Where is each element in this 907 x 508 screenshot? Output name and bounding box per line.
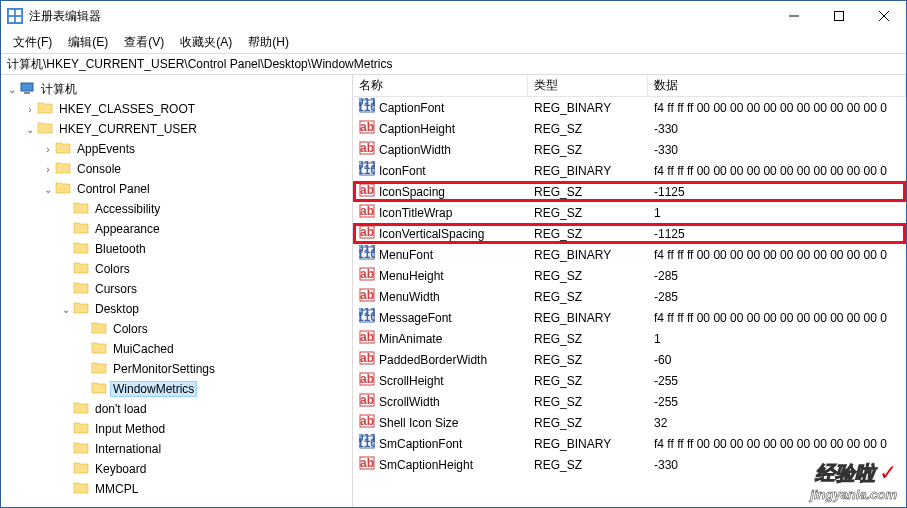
svg-text:ab: ab — [360, 120, 374, 134]
list-body[interactable]: 011110CaptionFontREG_BINARYf4 ff ff ff 0… — [353, 97, 906, 507]
value-row[interactable]: 011110CaptionFontREG_BINARYf4 ff ff ff 0… — [353, 97, 906, 118]
tree-node-label: Colors — [93, 262, 132, 276]
caret-down-icon[interactable]: ⌄ — [41, 184, 55, 195]
value-row[interactable]: abScrollWidthREG_SZ-255 — [353, 391, 906, 412]
maximize-button[interactable] — [816, 1, 861, 31]
tree-node[interactable]: ▸PerMonitorSettings — [1, 359, 352, 379]
column-type[interactable]: 类型 — [528, 75, 648, 96]
tree-node[interactable]: ▸Colors — [1, 319, 352, 339]
value-type: REG_BINARY — [528, 311, 648, 325]
value-row[interactable]: abIconSpacingREG_SZ-1125 — [353, 181, 906, 202]
svg-rect-8 — [21, 83, 33, 91]
tree-node-label: Input Method — [93, 422, 167, 436]
value-row[interactable]: abMenuWidthREG_SZ-285 — [353, 286, 906, 307]
value-row[interactable]: abCaptionHeightREG_SZ-330 — [353, 118, 906, 139]
svg-text:ab: ab — [360, 288, 374, 302]
value-row[interactable]: abIconVerticalSpacingREG_SZ-1125 — [353, 223, 906, 244]
tree-node[interactable]: ›HKEY_CLASSES_ROOT — [1, 99, 352, 119]
value-row[interactable]: 011110MenuFontREG_BINARYf4 ff ff ff 00 0… — [353, 244, 906, 265]
caret-right-icon[interactable]: › — [41, 164, 55, 175]
value-data: 32 — [648, 416, 906, 430]
value-type: REG_SZ — [528, 122, 648, 136]
menu-item[interactable]: 帮助(H) — [242, 32, 295, 53]
svg-text:ab: ab — [360, 225, 374, 239]
tree-node[interactable]: ▸Keyboard — [1, 459, 352, 479]
value-row[interactable]: 011110MessageFontREG_BINARYf4 ff ff ff 0… — [353, 307, 906, 328]
tree-node[interactable]: ▸Appearance — [1, 219, 352, 239]
menu-item[interactable]: 文件(F) — [7, 32, 58, 53]
column-name[interactable]: 名称 — [353, 75, 528, 96]
tree-node[interactable]: ▸Colors — [1, 259, 352, 279]
svg-text:110: 110 — [359, 100, 375, 114]
value-name: MessageFont — [379, 311, 452, 325]
tree-node[interactable]: ▸Bluetooth — [1, 239, 352, 259]
tree-node[interactable]: ⌄Desktop — [1, 299, 352, 319]
value-row[interactable]: abScrollHeightREG_SZ-255 — [353, 370, 906, 391]
value-row[interactable]: abMenuHeightREG_SZ-285 — [353, 265, 906, 286]
tree-node[interactable]: ▸International — [1, 439, 352, 459]
value-row[interactable]: abPaddedBorderWidthREG_SZ-60 — [353, 349, 906, 370]
value-name: CaptionFont — [379, 101, 444, 115]
menu-item[interactable]: 查看(V) — [118, 32, 170, 53]
folder-icon — [91, 320, 111, 339]
tree-node[interactable]: ▸Input Method — [1, 419, 352, 439]
value-type: REG_SZ — [528, 332, 648, 346]
address-bar[interactable]: 计算机\HKEY_CURRENT_USER\Control Panel\Desk… — [1, 53, 906, 75]
menu-item[interactable]: 编辑(E) — [62, 32, 114, 53]
value-data: -330 — [648, 143, 906, 157]
folder-icon — [91, 340, 111, 359]
value-data: f4 ff ff ff 00 00 00 00 00 00 00 00 00 0… — [648, 101, 906, 115]
tree-node-label: Keyboard — [93, 462, 148, 476]
value-row[interactable]: 011110IconFontREG_BINARYf4 ff ff ff 00 0… — [353, 160, 906, 181]
folder-icon — [73, 480, 93, 499]
tree-node[interactable]: ▸Accessibility — [1, 199, 352, 219]
caret-down-icon[interactable]: ⌄ — [59, 304, 73, 315]
caret-right-icon[interactable]: › — [23, 104, 37, 115]
tree-node[interactable]: ⌄Control Panel — [1, 179, 352, 199]
value-row[interactable]: abSmCaptionHeightREG_SZ-330 — [353, 454, 906, 475]
folder-icon — [91, 380, 111, 399]
string-icon: ab — [359, 413, 379, 432]
caret-down-icon[interactable]: ⌄ — [5, 84, 19, 95]
tree-node[interactable]: ▸don't load — [1, 399, 352, 419]
tree-node[interactable]: ▸Cursors — [1, 279, 352, 299]
value-data: 1 — [648, 332, 906, 346]
string-icon: ab — [359, 287, 379, 306]
address-text: 计算机\HKEY_CURRENT_USER\Control Panel\Desk… — [7, 56, 392, 73]
folder-icon — [73, 280, 93, 299]
minimize-button[interactable] — [771, 1, 816, 31]
computer-icon — [19, 80, 39, 99]
svg-text:ab: ab — [360, 456, 374, 470]
menu-item[interactable]: 收藏夹(A) — [174, 32, 238, 53]
value-row[interactable]: abIconTitleWrapREG_SZ1 — [353, 202, 906, 223]
caret-right-icon[interactable]: › — [41, 144, 55, 155]
tree-node[interactable]: ›AppEvents — [1, 139, 352, 159]
folder-icon — [73, 400, 93, 419]
value-type: REG_SZ — [528, 416, 648, 430]
value-row[interactable]: abCaptionWidthREG_SZ-330 — [353, 139, 906, 160]
tree-pane[interactable]: ⌄计算机›HKEY_CLASSES_ROOT⌄HKEY_CURRENT_USER… — [1, 75, 353, 507]
tree-node[interactable]: ⌄HKEY_CURRENT_USER — [1, 119, 352, 139]
value-data: -1125 — [648, 227, 906, 241]
value-row[interactable]: abMinAnimateREG_SZ1 — [353, 328, 906, 349]
tree-node[interactable]: ▸MuiCached — [1, 339, 352, 359]
value-data: f4 ff ff ff 00 00 00 00 00 00 00 00 00 0… — [648, 437, 906, 451]
value-type: REG_SZ — [528, 374, 648, 388]
svg-rect-3 — [16, 17, 21, 22]
close-button[interactable] — [861, 1, 906, 31]
column-data[interactable]: 数据 — [648, 75, 906, 96]
folder-icon — [55, 160, 75, 179]
caret-down-icon[interactable]: ⌄ — [23, 124, 37, 135]
value-name: IconFont — [379, 164, 426, 178]
value-row[interactable]: 011110SmCaptionFontREG_BINARYf4 ff ff ff… — [353, 433, 906, 454]
folder-icon — [73, 260, 93, 279]
tree-node[interactable]: ▸MMCPL — [1, 479, 352, 499]
tree-node[interactable]: ⌄计算机 — [1, 79, 352, 99]
value-name: SmCaptionHeight — [379, 458, 473, 472]
tree-node[interactable]: ›Console — [1, 159, 352, 179]
tree-node[interactable]: ▸WindowMetrics — [1, 379, 352, 399]
svg-text:ab: ab — [360, 330, 374, 344]
value-row[interactable]: abShell Icon SizeREG_SZ32 — [353, 412, 906, 433]
svg-text:ab: ab — [360, 204, 374, 218]
tree-node-label: Accessibility — [93, 202, 162, 216]
